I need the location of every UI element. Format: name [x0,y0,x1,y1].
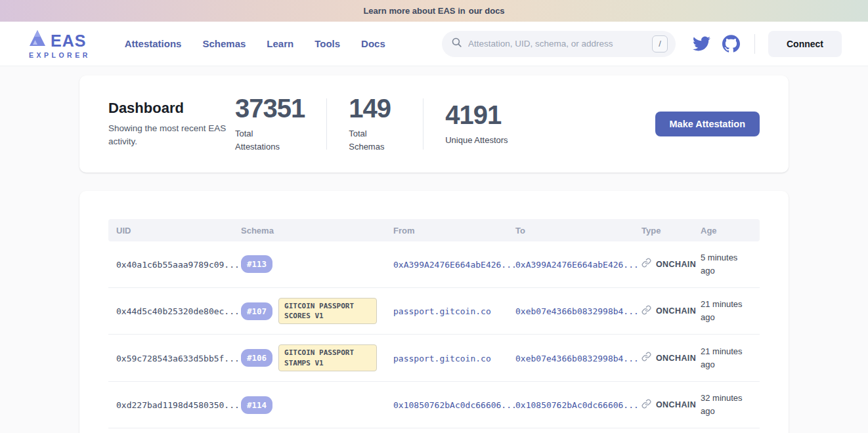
column-header-schema: Schema [233,219,385,241]
schema-id-badge[interactable]: #107 [241,302,272,320]
age-text: 32 minutes ago [701,393,743,416]
type-badge: ONCHAIN [656,260,696,269]
schema-id-badge[interactable]: #106 [241,349,272,367]
stat-value: 4191 [445,102,508,128]
to-address-link[interactable]: 0xeb07e4366b0832998b4... [515,306,639,316]
age-text: 21 minutes ago [701,299,743,322]
stat-value: 149 [349,95,401,121]
search-icon [451,37,462,51]
announcement-banner[interactable]: Learn more about EAS in our docs [0,0,868,22]
type-badge: ONCHAIN [656,354,696,363]
banner-docs-link[interactable]: our docs [469,6,505,16]
type-badge: ONCHAIN [656,306,696,316]
schema-name-badge[interactable]: GITCOIN PASSPORT SCORES V1 [278,298,377,325]
connect-button[interactable]: Connect [768,31,842,57]
main-nav: Attestations Schemas Learn Tools Docs [125,38,385,49]
schema-id-badge[interactable]: #114 [241,396,272,414]
make-attestation-button[interactable]: Make Attestation [655,112,760,136]
page-subtitle: Showing the most recent EAS activity. [108,122,227,149]
table-header-row: UID Schema From To Type Age [108,219,760,241]
nav-docs[interactable]: Docs [361,38,385,49]
attestations-table-card: UID Schema From To Type Age 0x40a1c6b55a… [79,191,789,433]
attestation-row[interactable]: 0xd227bad1198d4580350... #114 0x10850762… [108,382,760,428]
schema-name-badge[interactable]: GITCOIN PASSPORT STAMPS V1 [278,344,377,371]
site-header: EAS EXPLORER Attestations Schemas Learn … [0,22,868,66]
link-icon [641,352,651,364]
eas-logo-icon [29,29,47,49]
age-text: 21 minutes ago [701,346,743,369]
nav-schemas[interactable]: Schemas [202,38,246,49]
to-address-link[interactable]: 0xeb07e4366b0832998b4... [515,354,639,363]
header-divider [754,34,755,54]
nav-attestations[interactable]: Attestations [125,38,182,49]
stats-row: 37351 Total Attestations 149 Total Schem… [235,95,508,153]
attestation-row[interactable]: 0x44d2d7643e7b3cde960... #113 0x17b1C1c6… [108,428,760,433]
from-address-link[interactable]: 0xA399A2476E664abE426... [393,260,517,270]
search-input[interactable] [468,39,652,49]
age-text: 5 minutes ago [701,253,737,276]
attestation-row[interactable]: 0x44d5c40b25320de80ec... #107 GITCOIN PA… [108,287,760,335]
uid-link[interactable]: 0x40a1c6b55aaa9789c09... [116,260,240,270]
from-address-link[interactable]: 0x10850762bAc0dc66606... [393,400,517,410]
column-header-uid: UID [108,219,233,241]
twitter-icon[interactable] [693,35,710,52]
column-header-age: Age [701,219,760,241]
banner-text: Learn more about EAS in [363,6,465,16]
type-badge: ONCHAIN [656,400,696,409]
to-address-link[interactable]: 0xA399A2476E664abE426... [515,260,639,270]
attestation-row[interactable]: 0x40a1c6b55aaa9789c09... #113 0xA399A247… [108,241,760,287]
page-title: Dashboard [108,100,235,117]
stat-label: Total Attestations [235,127,288,153]
github-icon[interactable] [722,35,740,52]
uid-link[interactable]: 0x44d5c40b25320de80ec... [116,306,240,316]
column-header-type: Type [634,219,701,241]
column-header-from: From [385,219,508,241]
schema-id-badge[interactable]: #113 [241,255,272,273]
to-address-link[interactable]: 0x10850762bAc0dc66606... [515,400,639,410]
nav-tools[interactable]: Tools [315,38,340,49]
stat-total-schemas: 149 Total Schemas [349,95,401,153]
stat-divider [326,98,327,150]
stat-divider [423,98,423,150]
uid-link[interactable]: 0xd227bad1198d4580350... [116,400,240,410]
from-address-link[interactable]: passport.gitcoin.co [393,354,491,363]
attestations-table: UID Schema From To Type Age 0x40a1c6b55a… [108,219,760,433]
stat-label: Unique Attestors [445,134,508,147]
search-bar[interactable]: / [442,31,676,57]
eas-logo[interactable]: EAS EXPLORER [29,29,91,59]
stat-unique-attestors: 4191 Unique Attestors [445,102,508,147]
search-shortcut-key: / [652,35,668,52]
attestation-row[interactable]: 0x59c728543a633d5bb5f... #106 GITCOIN PA… [108,335,760,382]
link-icon [641,305,651,318]
nav-learn[interactable]: Learn [267,38,293,49]
logo-title: EAS [51,33,86,49]
link-icon [641,258,651,270]
stat-total-attestations: 37351 Total Attestations [235,95,305,153]
stat-value: 37351 [235,95,305,121]
logo-subtitle: EXPLORER [29,52,91,59]
from-address-link[interactable]: passport.gitcoin.co [393,306,491,316]
column-header-to: To [508,219,634,241]
stat-label: Total Schemas [349,127,401,153]
attestation-rows: 0x40a1c6b55aaa9789c09... #113 0xA399A247… [108,241,760,433]
link-icon [641,399,651,411]
dashboard-card: Dashboard Showing the most recent EAS ac… [79,75,789,173]
uid-link[interactable]: 0x59c728543a633d5bb5f... [116,354,240,363]
